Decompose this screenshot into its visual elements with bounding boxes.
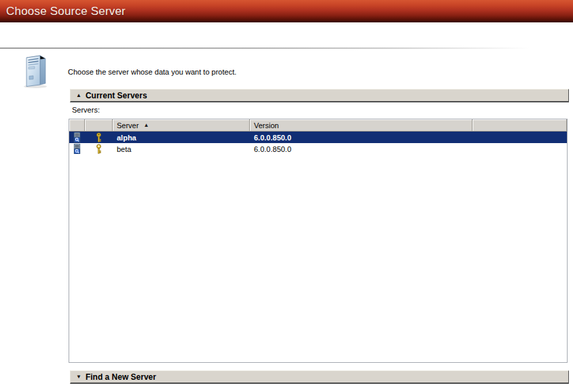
collapse-up-icon: ▲	[76, 93, 81, 98]
server-small-icon	[72, 132, 82, 142]
server-row-alpha[interactable]: alpha 6.0.0.850.0	[69, 132, 567, 143]
server-version-cell: 6.0.0.850.0	[250, 143, 473, 155]
server-name-cell: alpha	[113, 132, 250, 143]
row-key-icon-cell	[85, 132, 113, 143]
server-version-cell: 6.0.0.850.0	[250, 132, 473, 143]
current-servers-label: Current Servers	[86, 91, 147, 100]
header-divider	[0, 47, 551, 49]
column-header-server-icon[interactable]	[69, 119, 85, 132]
key-icon	[94, 132, 104, 142]
server-small-icon	[72, 144, 82, 154]
server-row-beta[interactable]: beta 6.0.0.850.0	[69, 143, 567, 155]
column-header-server[interactable]: Server ▲	[113, 119, 250, 132]
instruction-text: Choose the server whose data you want to…	[68, 68, 236, 76]
sort-ascending-icon: ▲	[143, 122, 149, 128]
servers-list-label: Servers:	[72, 106, 100, 114]
current-servers-expander[interactable]: ▲ Current Servers	[70, 89, 569, 102]
collapse-down-icon: ▼	[76, 374, 81, 380]
key-icon	[94, 144, 104, 154]
column-header-version[interactable]: Version	[250, 119, 473, 132]
column-header-server-label: Server	[117, 121, 138, 130]
row-blank-cell	[473, 143, 567, 155]
find-new-server-expander[interactable]: ▼ Find a New Server	[70, 370, 569, 384]
row-blank-cell	[473, 132, 567, 143]
column-header-blank[interactable]	[473, 119, 567, 132]
server-tower-icon	[21, 54, 51, 89]
find-new-server-label: Find a New Server	[86, 372, 156, 382]
page-title: Choose Source Server	[0, 5, 126, 18]
column-header-key-icon[interactable]	[85, 119, 113, 132]
servers-listview: Server ▲ Version	[69, 119, 568, 363]
row-server-icon-cell	[69, 143, 85, 155]
listview-header: Server ▲ Version	[69, 119, 567, 132]
page-title-bar: Choose Source Server	[0, 0, 573, 22]
row-server-icon-cell	[69, 132, 85, 143]
row-key-icon-cell	[85, 143, 113, 155]
server-name-cell: beta	[113, 143, 250, 155]
column-header-version-label: Version	[254, 121, 279, 130]
